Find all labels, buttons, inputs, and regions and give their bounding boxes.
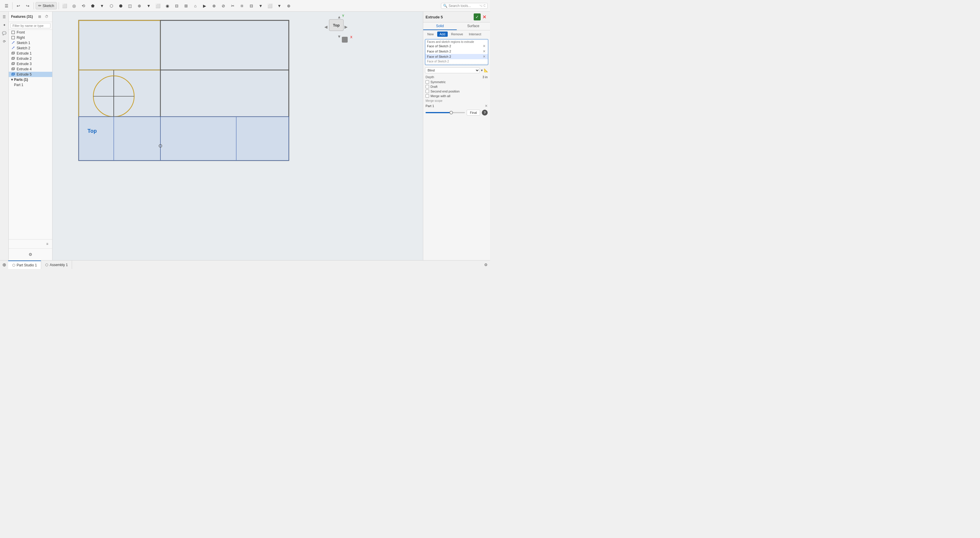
rail-features-icon[interactable]: ☰	[1, 13, 8, 21]
filter-wrap	[9, 22, 52, 30]
features-header: Features (31) ⊞ ⏱	[9, 12, 52, 22]
progress-slider[interactable]	[426, 112, 465, 113]
subtab-add[interactable]: Add	[437, 32, 448, 37]
cube-3d-icon[interactable]	[342, 37, 348, 43]
feature-item-extrude2[interactable]: Extrude 2	[9, 56, 52, 61]
tool9-icon[interactable]: ⊕	[135, 2, 143, 10]
add-tab-button[interactable]: ⊕	[0, 261, 8, 269]
axis-x-label: X	[350, 35, 352, 39]
feature-item-extrude3[interactable]: Extrude 3	[9, 61, 52, 67]
tool20-icon[interactable]: ⧈	[238, 2, 246, 10]
tab-part-studio[interactable]: ⬡ Part Studio 1	[8, 261, 41, 269]
features-expand-icon[interactable]: ⊞	[37, 13, 43, 20]
panel-tabs: Solid Surface	[423, 22, 490, 30]
face-remove-2[interactable]: ✕	[482, 49, 486, 53]
redo-button[interactable]: ↪	[24, 2, 32, 10]
menu-icon[interactable]: ☰	[2, 2, 11, 10]
bottom-settings-icon[interactable]: ⚙	[482, 261, 490, 269]
svg-point-3	[14, 47, 14, 48]
tool3-icon[interactable]: ⟲	[80, 2, 88, 10]
tool11-icon[interactable]: ⬜	[154, 2, 162, 10]
tool10-icon[interactable]: ▼	[145, 2, 153, 10]
feature-item-extrude5[interactable]: Extrude 5	[9, 72, 52, 77]
feature-item-front[interactable]: Front	[9, 30, 52, 35]
cube-up-arrow[interactable]: ▲	[337, 14, 341, 19]
tool23-icon[interactable]: ⬜	[266, 2, 274, 10]
cube-face-top[interactable]: Top	[329, 19, 344, 31]
tool14-icon[interactable]: ⊞	[182, 2, 190, 10]
face-item-more[interactable]: Face of Sketch 2	[425, 59, 488, 64]
symmetric-checkbox[interactable]	[426, 80, 429, 84]
subtab-intersect[interactable]: Intersect	[467, 32, 484, 37]
final-button[interactable]: Final	[467, 110, 480, 116]
face-item-2[interactable]: Face of Sketch 2 ✕	[425, 49, 488, 54]
slider-thumb[interactable]	[449, 111, 453, 115]
confirm-button[interactable]: ✓	[474, 13, 480, 21]
feature-label-front: Front	[17, 30, 25, 34]
cancel-button[interactable]: ✕	[480, 13, 488, 21]
tool17-icon[interactable]: ⊗	[210, 2, 218, 10]
feature-item-extrude4[interactable]: Extrude 4	[9, 67, 52, 72]
tool4-icon[interactable]: ⬟	[89, 2, 97, 10]
tool18-icon[interactable]: ⊘	[220, 2, 228, 10]
face-remove-3[interactable]: ✕	[482, 54, 486, 59]
face-item-3[interactable]: Face of Sketch 2 ✕	[425, 54, 488, 59]
subtab-new[interactable]: New	[425, 32, 436, 37]
feature-item-right[interactable]: Right	[9, 35, 52, 40]
cube-left-arrow[interactable]: ◀	[325, 24, 328, 29]
plane-icon	[11, 30, 15, 34]
undo-button[interactable]: ↩	[14, 2, 22, 10]
plane-icon-right	[11, 36, 15, 40]
sketch-button[interactable]: ✏ Sketch	[36, 2, 57, 10]
tool8-icon[interactable]: ◫	[126, 2, 134, 10]
tool16-icon[interactable]: ▶	[200, 2, 209, 10]
tab-assembly[interactable]: ⬡ Assembly 1	[41, 261, 72, 269]
panel-footer: ≡	[9, 239, 52, 248]
tool15-icon[interactable]: ⌂	[191, 2, 199, 10]
slider-row: Final ?	[423, 108, 490, 117]
parts-title: Parts (1)	[14, 78, 28, 82]
symmetric-label: Symmetric	[431, 80, 445, 84]
blind-select[interactable]: Blind	[425, 67, 480, 73]
merge-scope-remove[interactable]: ✕	[485, 104, 488, 108]
tool6-icon[interactable]: ⬡	[107, 2, 116, 10]
tool1-icon[interactable]: ⬜	[60, 2, 69, 10]
second-end-checkbox[interactable]	[426, 89, 429, 93]
cube-down-arrow[interactable]: ▼	[337, 34, 341, 39]
features-clock-icon[interactable]: ⏱	[43, 13, 50, 20]
tool22-icon[interactable]: ▼	[257, 2, 265, 10]
feature-item-sketch1[interactable]: Sketch 1	[9, 40, 52, 46]
tool21-icon[interactable]: ⊟	[247, 2, 256, 10]
rail-comment-icon[interactable]: 💬	[1, 30, 8, 37]
settings-gear-icon[interactable]: ⚙	[27, 250, 35, 258]
search-bar[interactable]: 🔍 Search tools... ⌥ C	[441, 3, 488, 9]
tool13-icon[interactable]: ⊟	[173, 2, 181, 10]
tool24-icon[interactable]: ▼	[275, 2, 283, 10]
tool5-icon[interactable]: ▼	[98, 2, 106, 10]
axis-y-label: Y	[342, 14, 344, 18]
filter-input[interactable]	[11, 23, 51, 28]
tab-surface[interactable]: Surface	[457, 22, 490, 30]
cube-right-arrow[interactable]: ▶	[344, 24, 348, 29]
tool2-icon[interactable]: ◎	[70, 2, 78, 10]
merge-all-checkbox[interactable]	[426, 94, 429, 98]
rail-history-icon[interactable]: ⟳	[1, 38, 8, 45]
face-item-1[interactable]: Face of Sketch 2 ✕	[425, 43, 488, 49]
rail-add-icon[interactable]: ✦	[1, 22, 8, 29]
feature-item-sketch2[interactable]: Sketch 2	[9, 46, 52, 51]
tool19-icon[interactable]: ✂	[229, 2, 237, 10]
draft-checkbox[interactable]	[426, 85, 429, 88]
tool25-icon[interactable]: ⊕	[285, 2, 293, 10]
parts-section[interactable]: ▾ Parts (1)	[9, 77, 52, 82]
tool12-icon[interactable]: ◉	[163, 2, 172, 10]
subtab-remove[interactable]: Remove	[449, 32, 466, 37]
measure-icon[interactable]: 📐	[484, 68, 488, 72]
tool7-icon[interactable]: ⬣	[117, 2, 125, 10]
help-button[interactable]: ?	[482, 110, 488, 116]
part-studio-label: Part Studio 1	[17, 263, 37, 267]
feature-item-extrude1[interactable]: Extrude 1	[9, 51, 52, 56]
tab-solid[interactable]: Solid	[423, 22, 457, 30]
feature-item-part1[interactable]: Part 1	[9, 82, 52, 88]
face-remove-1[interactable]: ✕	[482, 44, 486, 48]
list-icon[interactable]: ≡	[44, 241, 51, 247]
